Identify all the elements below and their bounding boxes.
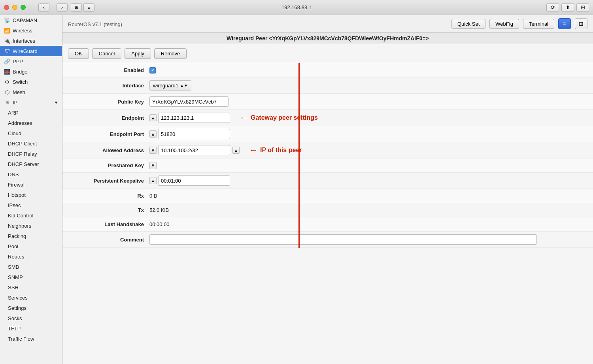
sidebar-item-label: Services [8, 295, 58, 301]
terminal-button[interactable]: Terminal [523, 19, 554, 29]
sidebar-item-smb[interactable]: SMB [0, 262, 62, 272]
sidebar-item-label: Addresses [8, 120, 58, 126]
webfig-button[interactable]: WebFig [489, 19, 519, 29]
sidebar-item-switch[interactable]: ⚙ Switch [0, 77, 62, 87]
sidebar-item-label: Mesh [13, 89, 58, 95]
comment-label: Comment [62, 237, 149, 243]
sidebar-item-ip[interactable]: ⊞ IP ▼ [0, 97, 62, 108]
allowed-address-control: ▼ ▲ ← IP of this peer [149, 145, 585, 155]
preshared-key-label: Preshared Key [62, 162, 149, 168]
quick-set-button[interactable]: Quick Set [451, 19, 485, 29]
sidebar-item-pool[interactable]: Pool [0, 241, 62, 251]
sidebar-item-packing[interactable]: Packing [0, 231, 62, 241]
sidebar-item-capsman[interactable]: 📡 CAPsMAN [0, 15, 62, 25]
enabled-checkbox[interactable] [149, 67, 156, 74]
endpoint-expand-btn[interactable]: ▲ [149, 114, 157, 121]
close-button[interactable] [4, 5, 9, 10]
preshared-key-expand-btn[interactable]: ▼ [149, 162, 157, 169]
sidebar-item-label: ARP [8, 110, 58, 116]
public-key-input[interactable] [149, 96, 229, 107]
sidebar-item-arp[interactable]: ARP [0, 108, 62, 118]
allowed-address-input[interactable] [158, 145, 230, 155]
sidebar-item-snmp[interactable]: SNMP [0, 272, 62, 282]
forward-button[interactable]: › [57, 3, 68, 12]
view-toggle-button[interactable]: ≡ [83, 3, 94, 12]
minimize-button[interactable] [12, 5, 17, 10]
rx-control: 0 B [149, 193, 585, 199]
sidebar-item-label: DHCP Client [8, 141, 58, 147]
sidebar-item-label: DNS [8, 172, 58, 177]
sidebar-item-label: Routes [8, 254, 58, 260]
sidebar-item-settings[interactable]: Settings [0, 303, 62, 313]
ok-button[interactable]: OK [68, 48, 89, 59]
wireless-icon: 📶 [4, 27, 10, 34]
enabled-row: Enabled [62, 63, 593, 77]
sidebar-item-label: DHCP Relay [8, 151, 58, 157]
sidebar-item-socks[interactable]: Socks [0, 313, 62, 323]
sidebar-item-hotspot[interactable]: Hotspot [0, 190, 62, 200]
sidebar-item-neighbors[interactable]: Neighbors [0, 221, 62, 231]
sidebar-item-label: Packing [8, 233, 58, 239]
sidebar-item-kid-control[interactable]: Kid Control [0, 210, 62, 221]
interface-control: wireguard1 ▲▼ [149, 80, 585, 91]
sidebar-item-interfaces[interactable]: 🔌 Interfaces [0, 36, 62, 46]
dropdown-arrow-icon: ▲▼ [180, 83, 188, 88]
reload-button[interactable]: ⟳ [546, 3, 559, 12]
preshared-key-row: Preshared Key ▼ [62, 158, 593, 173]
app-title: RouterOS v7.1 (testing) [68, 21, 448, 27]
switch-icon: ⚙ [4, 79, 10, 85]
sidebar-item-label: Kid Control [8, 213, 58, 219]
active-session-icon[interactable]: ≡ [558, 18, 571, 29]
sidebar-item-label: SMB [8, 264, 58, 270]
sidebar-item-bridge[interactable]: 🌉 Bridge [0, 66, 62, 77]
public-key-row: Public Key [62, 94, 593, 110]
sidebar-item-dhcp-server[interactable]: DHCP Server [0, 159, 62, 169]
sidebar-item-services[interactable]: Services [0, 292, 62, 303]
sidebar-item-label: Interfaces [13, 38, 58, 44]
sidebar-item-label: Hotspot [8, 192, 58, 198]
sidebar-item-firewall[interactable]: Firewall [0, 179, 62, 190]
interface-dropdown[interactable]: wireguard1 ▲▼ [149, 80, 191, 91]
sidebar-item-tftp[interactable]: TFTP [0, 323, 62, 334]
back-button[interactable]: ‹ [38, 3, 49, 12]
persistent-keepalive-expand-btn[interactable]: ▲ [149, 177, 157, 184]
enabled-control [149, 67, 585, 74]
public-key-label: Public Key [62, 99, 149, 105]
more-icon[interactable]: ⊞ [575, 18, 587, 29]
cancel-button[interactable]: Cancel [92, 48, 121, 59]
comment-input[interactable] [149, 234, 537, 245]
endpoint-input[interactable] [158, 113, 230, 123]
grid-button[interactable]: ⊞ [576, 3, 589, 12]
sidebar-item-cloud[interactable]: Cloud [0, 128, 62, 138]
sidebar-toggle-button[interactable]: ⊞ [71, 3, 82, 12]
remove-button[interactable]: Remove [154, 48, 187, 59]
sidebar-item-wireguard[interactable]: 🛡 WireGuard [0, 46, 62, 56]
maximize-button[interactable] [21, 5, 26, 10]
endpoint-port-row: Endpoint Port ▲ [62, 126, 593, 142]
sidebar-item-ipsec[interactable]: IPsec [0, 200, 62, 210]
endpoint-port-expand-btn[interactable]: ▲ [149, 130, 157, 138]
sidebar-item-routes[interactable]: Routes [0, 251, 62, 262]
persistent-keepalive-input[interactable] [158, 175, 230, 186]
sidebar-item-wireless[interactable]: 📶 Wireless [0, 25, 62, 36]
allowed-address-expand-btn[interactable]: ▼ [149, 147, 157, 154]
sidebar-item-label: Firewall [8, 182, 58, 188]
interface-value: wireguard1 [153, 83, 178, 89]
allowed-address-add-btn[interactable]: ▲ [232, 147, 240, 154]
sidebar-item-dns[interactable]: DNS [0, 169, 62, 179]
sidebar-item-label: IP [13, 100, 54, 106]
apply-button[interactable]: Apply [125, 48, 151, 59]
sidebar-item-addresses[interactable]: Addresses [0, 118, 62, 128]
sidebar-item-dhcp-client[interactable]: DHCP Client [0, 138, 62, 149]
gateway-annotation-text: Gateway peer settings [251, 114, 318, 121]
peer-header: Wireguard Peer <YrXqKGpYLVx829MCcVcb78QF… [62, 33, 593, 44]
tx-row: Tx 52.0 KiB [62, 203, 593, 217]
sidebar-item-ssh[interactable]: SSH [0, 282, 62, 292]
mesh-icon: ⬡ [4, 89, 10, 95]
sidebar-item-mesh[interactable]: ⬡ Mesh [0, 87, 62, 97]
sidebar-item-traffic-flow[interactable]: Traffic Flow [0, 334, 62, 344]
share-button[interactable]: ⬆ [561, 3, 574, 12]
sidebar-item-dhcp-relay[interactable]: DHCP Relay [0, 149, 62, 159]
sidebar-item-ppp[interactable]: 🔗 PPP [0, 56, 62, 66]
endpoint-port-input[interactable] [158, 129, 230, 139]
